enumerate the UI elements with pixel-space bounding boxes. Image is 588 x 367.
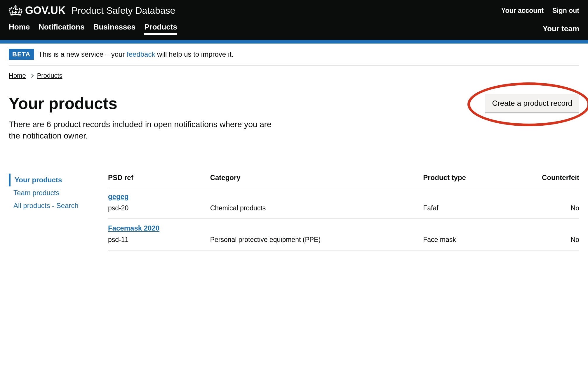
product-category: Personal protective equipment (PPE) [210, 219, 423, 250]
sign-out-link[interactable]: Sign out [552, 7, 579, 15]
side-nav-item-your-products[interactable]: Your products [9, 174, 93, 186]
your-account-link[interactable]: Your account [501, 7, 544, 15]
main-columns: Your products Team products All products… [9, 174, 579, 250]
page-title-block: Your products There are 6 product record… [9, 94, 272, 141]
primary-nav: Home Notifications Businesses Products Y… [0, 20, 588, 40]
page-title: Your products [9, 94, 272, 113]
col-product-type: Product type [423, 174, 509, 187]
breadcrumb-products[interactable]: Products [37, 72, 62, 79]
service-name: Product Safety Database [72, 5, 175, 16]
table-row: Facemask 2020 psd-11 Personal protective… [108, 219, 579, 250]
nav-products[interactable]: Products [144, 22, 177, 35]
side-nav-item-team-products[interactable]: Team products [9, 186, 93, 199]
chevron-right-icon [29, 74, 34, 78]
col-psd-ref: PSD ref [108, 174, 210, 187]
col-counterfeit: Counterfeit [509, 174, 579, 187]
create-product-button[interactable]: Create a product record [485, 94, 579, 113]
page-head: Your products There are 6 product record… [9, 94, 579, 141]
product-type: Fafaf [423, 187, 509, 219]
nav-notifications[interactable]: Notifications [39, 22, 84, 35]
page-lede: There are 6 product records included in … [9, 119, 272, 141]
header-account-links: Your account Sign out [501, 7, 579, 15]
nav-businesses[interactable]: Businesses [93, 22, 136, 35]
products-table-area: PSD ref Category Product type Counterfei… [108, 174, 579, 250]
product-counterfeit: No [509, 187, 579, 219]
header-border [0, 40, 588, 44]
table-row: gegeg psd-20 Chemical products Fafaf No [108, 187, 579, 219]
products-table: PSD ref Category Product type Counterfei… [108, 174, 579, 250]
feedback-link[interactable]: feedback [127, 50, 155, 58]
phase-text: This is a new service – your feedback wi… [38, 50, 233, 58]
nav-right: Your team [543, 24, 579, 33]
phase-banner: BETA This is a new service – your feedba… [9, 44, 579, 65]
product-category: Chemical products [210, 187, 423, 219]
nav-home[interactable]: Home [9, 22, 30, 35]
product-type: Face mask [423, 219, 509, 250]
govuk-text: GOV.UK [25, 4, 66, 17]
breadcrumb-home[interactable]: Home [9, 72, 26, 79]
col-category: Category [210, 174, 423, 187]
header-top: GOV.UK Product Safety Database Your acco… [0, 0, 588, 20]
product-link[interactable]: gegeg [108, 193, 207, 201]
product-ref: psd-11 [108, 236, 128, 243]
product-counterfeit: No [509, 219, 579, 250]
nav-left: Home Notifications Businesses Products [9, 22, 177, 35]
side-nav-item-all-products[interactable]: All products - Search [9, 199, 93, 212]
crown-icon [9, 5, 23, 16]
create-button-highlight: Create a product record [485, 94, 579, 113]
nav-your-team[interactable]: Your team [543, 24, 579, 33]
product-link[interactable]: Facemask 2020 [108, 224, 207, 232]
beta-tag: BETA [9, 49, 34, 60]
site-header: GOV.UK Product Safety Database Your acco… [0, 0, 588, 40]
product-ref: psd-20 [108, 204, 128, 212]
header-logo-block: GOV.UK Product Safety Database [9, 4, 175, 17]
side-nav: Your products Team products All products… [9, 174, 93, 250]
govuk-logo-link[interactable]: GOV.UK [9, 4, 66, 17]
breadcrumbs: Home Products [9, 65, 579, 88]
